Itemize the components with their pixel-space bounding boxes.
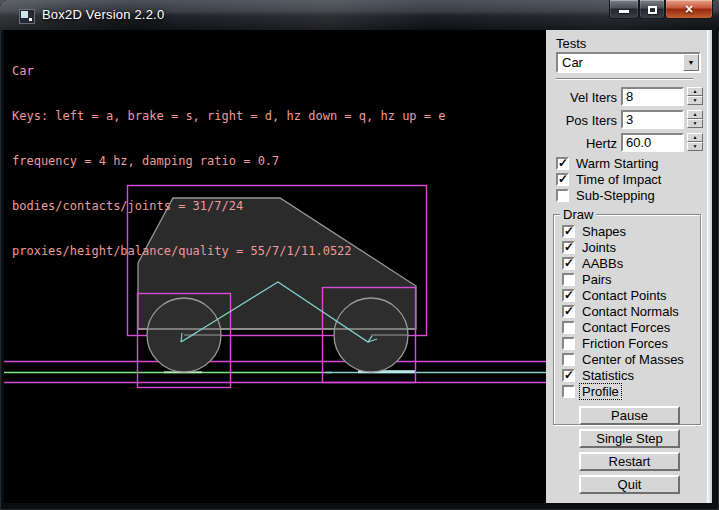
checkbox-label: Shapes (582, 224, 626, 239)
hertz-row: Hertz ▲ ▼ (546, 133, 707, 154)
window-title: Box2D Version 2.2.0 (42, 7, 164, 22)
minimize-button[interactable] (609, 0, 639, 19)
hertz-stepper: ▲ ▼ (687, 133, 703, 152)
checkbox-label: Pairs (582, 272, 612, 287)
vel-iters-input[interactable] (621, 87, 684, 106)
vel-iters-row: Vel Iters ▲ ▼ (546, 87, 707, 108)
pause-button[interactable]: Pause (579, 406, 680, 425)
checkbox-label: Contact Points (582, 288, 667, 303)
stats-line-proxies: proxies/height/balance/quality = 55/7/1/… (12, 244, 445, 259)
draw-group-title: Draw (560, 207, 596, 222)
checkbox-label: AABBs (582, 256, 623, 271)
spin-down-icon[interactable]: ▼ (687, 142, 703, 151)
checkbox-label: Contact Forces (582, 320, 670, 335)
maximize-icon (648, 6, 657, 14)
vel-iters-label: Vel Iters (546, 90, 617, 105)
checkbox-label: Contact Normals (582, 304, 679, 319)
checkbox-box[interactable] (562, 273, 575, 286)
checkbox-box[interactable] (556, 189, 569, 202)
chevron-down-icon[interactable]: ▼ (683, 54, 699, 71)
hertz-input[interactable] (621, 133, 684, 152)
checkbox-box[interactable] (562, 289, 575, 302)
checkbox-box[interactable] (556, 157, 569, 170)
vel-iters-stepper: ▲ ▼ (687, 87, 703, 106)
checkbox-box[interactable] (562, 353, 575, 366)
checkbox-box[interactable] (562, 305, 575, 318)
checkbox-box[interactable] (562, 337, 575, 350)
pos-iters-row: Pos Iters ▲ ▼ (546, 110, 707, 131)
app-icon-pixel (21, 11, 28, 18)
spin-up-icon[interactable]: ▲ (687, 87, 703, 96)
checkbox-box[interactable] (562, 257, 575, 270)
test-select-value: Car (562, 55, 583, 70)
checkbox-box[interactable] (556, 173, 569, 186)
checkbox-label: Joints (582, 240, 616, 255)
test-select-dropdown[interactable]: Car ▼ (556, 52, 701, 73)
stats-line-title: Car (12, 64, 445, 79)
checkbox-label: Time of Impact (576, 172, 661, 187)
checkbox-label: Friction Forces (582, 336, 668, 351)
pos-iters-input[interactable] (621, 110, 684, 129)
checkbox-label: Statistics (582, 368, 634, 383)
minimize-icon (619, 10, 629, 13)
close-icon: × (666, 1, 712, 18)
restart-button[interactable]: Restart (579, 452, 680, 471)
single-step-button[interactable]: Single Step (579, 429, 680, 448)
spin-up-icon[interactable]: ▲ (687, 133, 703, 142)
panel-edge-highlight (707, 30, 712, 503)
app-window: Box2D Version 2.2.0 × Car Keys: left = a… (0, 0, 719, 510)
checkbox-box[interactable] (562, 225, 575, 238)
pos-iters-stepper: ▲ ▼ (687, 110, 703, 129)
draw-group: Draw Shapes Joints AABBs Pairs Contact P… (553, 214, 701, 425)
checkbox-label: Center of Masses (582, 352, 684, 367)
checkbox-label: Profile (580, 384, 621, 399)
pos-iters-label: Pos Iters (546, 113, 617, 128)
checkbox-box[interactable] (562, 321, 575, 334)
spin-down-icon[interactable]: ▼ (687, 96, 703, 105)
checkbox-box[interactable] (562, 385, 575, 398)
checkbox-label: Sub-Stepping (576, 188, 655, 203)
spin-down-icon[interactable]: ▼ (687, 119, 703, 128)
stats-line-frequency: frequency = 4 hz, damping ratio = 0.7 (12, 154, 445, 169)
spin-up-icon[interactable]: ▲ (687, 110, 703, 119)
close-button[interactable]: × (665, 0, 713, 19)
quit-button[interactable]: Quit (579, 475, 680, 494)
checkbox-box[interactable] (562, 369, 575, 382)
stats-overlay: Car Keys: left = a, brake = s, right = d… (12, 34, 445, 289)
separator (556, 78, 693, 80)
maximize-button[interactable] (639, 0, 665, 19)
checkbox-box[interactable] (562, 241, 575, 254)
stats-line-keys: Keys: left = a, brake = s, right = d, hz… (12, 109, 445, 124)
tests-label: Tests (556, 36, 586, 51)
checkbox-label: Warm Starting (576, 156, 659, 171)
control-panel: Tests Car ▼ Vel Iters ▲ ▼ Pos Iters ▲ ▼ … (546, 30, 707, 503)
app-icon-pixel (29, 18, 32, 21)
app-icon (19, 9, 35, 24)
hertz-label: Hertz (546, 136, 617, 151)
simulation-canvas[interactable]: Car Keys: left = a, brake = s, right = d… (4, 30, 546, 503)
stats-line-bodies: bodies/contacts/joints = 31/7/24 (12, 199, 445, 214)
title-bar[interactable]: Box2D Version 2.2.0 × (0, 0, 719, 30)
